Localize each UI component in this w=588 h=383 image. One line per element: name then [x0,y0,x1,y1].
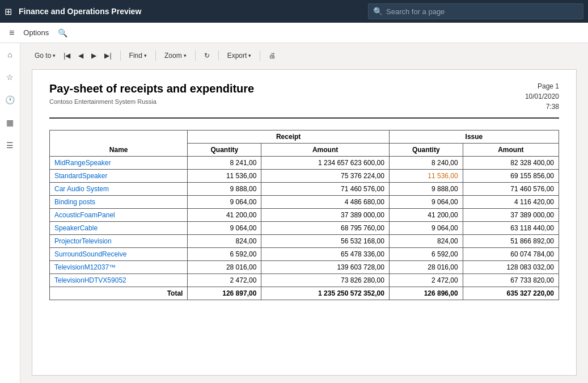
options-search-icon[interactable]: 🔍 [58,28,67,37]
zoom-button[interactable]: Zoom ▾ [162,50,189,61]
row-issue-amt: 51 866 892,00 [463,235,559,248]
row-receipt-amt: 139 603 728,00 [261,261,390,274]
next-page-button[interactable]: ▶ [88,50,99,61]
last-page-button[interactable]: ▶| [101,50,114,61]
table-row: Car Audio System 9 888,00 71 460 576,00 … [50,183,559,196]
table-row: SpeakerCable 9 064,00 68 795 760,00 9 06… [50,222,559,235]
row-issue-qty: 2 472,00 [389,274,463,287]
sidebar-recent-icon[interactable]: 🕐 [3,93,17,107]
report-divider [49,117,559,119]
sidebar-favorites-icon[interactable]: ☆ [3,70,17,84]
top-bar: ⊞ Finance and Operations Preview 🔍 [0,0,588,23]
row-name[interactable]: Car Audio System [50,183,188,196]
row-issue-amt: 128 083 032,00 [463,261,559,274]
total-label: Total [50,287,188,300]
sidebar-workspaces-icon[interactable]: ▦ [3,116,17,129]
row-receipt-amt: 4 486 680,00 [261,196,390,209]
row-issue-qty: 9 064,00 [389,196,463,209]
find-button[interactable]: Find ▾ [126,50,150,61]
total-issue-qty: 126 896,00 [389,287,463,300]
row-issue-amt: 60 074 784,00 [463,248,559,261]
goto-button[interactable]: Go to ▾ [32,50,58,61]
sidebar-home-icon[interactable]: ⌂ [3,48,17,61]
table-row: TelevisionM12037™ 28 016,00 139 603 728,… [50,261,559,274]
search-icon: 🔍 [373,7,383,16]
row-name[interactable]: MidRangeSpeaker [50,157,188,170]
report-page-label: Page 1 [525,81,559,91]
row-issue-amt: 71 460 576,00 [463,183,559,196]
refresh-button[interactable]: ↻ [201,50,213,61]
hamburger-menu-icon[interactable]: ≡ [9,28,14,38]
first-page-button[interactable]: |◀ [61,50,73,61]
row-name[interactable]: StandardSpeaker [50,170,188,183]
export-button[interactable]: Export ▾ [225,50,255,61]
search-input[interactable] [386,7,578,16]
prev-page-button[interactable]: ◀ [75,50,86,61]
main-layout: ⌂ ☆ 🕐 ▦ ☰ Go to ▾ |◀ ◀ ▶ ▶| Find ▾ [0,43,588,383]
row-issue-qty: 8 240,00 [389,157,463,170]
report-toolbar: Go to ▾ |◀ ◀ ▶ ▶| Find ▾ Zoom ▾ ↻ [32,50,577,61]
data-table: Name Receipt Issue Quantity Amount Quant… [49,130,559,300]
row-issue-qty: 824,00 [389,235,463,248]
options-bar: ≡ Options 🔍 [0,23,588,43]
row-issue-amt: 63 118 440,00 [463,222,559,235]
row-name[interactable]: TelevisionM12037™ [50,261,188,274]
report-title-block: Pay-sheet of receipts and expenditure Co… [49,81,254,105]
table-row: SurroundSoundReceive 6 592,00 65 478 336… [50,248,559,261]
report-date: 10/01/2020 [525,91,559,102]
col-receipt-amount-header: Amount [261,144,390,157]
row-issue-qty: 28 016,00 [389,261,463,274]
col-issue-header: Issue [389,131,559,144]
report-meta: Page 1 10/01/2020 7:38 [525,81,559,112]
separator-5 [260,50,260,61]
col-receipt-header: Receipt [188,131,389,144]
row-issue-amt: 69 155 856,00 [463,170,559,183]
report-title: Pay-sheet of receipts and expenditure [49,81,254,96]
table-row: StandardSpeaker 11 536,00 75 376 224,00 … [50,170,559,183]
row-receipt-qty: 6 592,00 [188,248,261,261]
row-issue-amt: 67 733 820,00 [463,274,559,287]
col-receipt-quantity-header: Quantity [188,144,261,157]
total-row: Total 126 897,00 1 235 250 572 352,00 12… [50,287,559,300]
row-receipt-amt: 68 795 760,00 [261,222,390,235]
main-content: Go to ▾ |◀ ◀ ▶ ▶| Find ▾ Zoom ▾ ↻ [20,43,588,383]
separator-2 [155,50,156,61]
report-area: Pay-sheet of receipts and expenditure Co… [32,69,577,376]
row-name[interactable]: Binding posts [50,196,188,209]
print-button[interactable]: 🖨 [266,50,278,61]
total-receipt-qty: 126 897,00 [188,287,261,300]
global-search-box[interactable]: 🔍 [368,3,583,19]
row-receipt-qty: 11 536,00 [188,170,261,183]
table-row: ProjectorTelevision 824,00 56 532 168,00… [50,235,559,248]
row-receipt-qty: 9 064,00 [188,196,261,209]
row-receipt-qty: 2 472,00 [188,274,261,287]
row-receipt-qty: 9 888,00 [188,183,261,196]
table-row: Binding posts 9 064,00 4 486 680,00 9 06… [50,196,559,209]
col-issue-amount-header: Amount [463,144,559,157]
table-row: TelevisionHDTVX59052 2 472,00 73 826 280… [50,274,559,287]
row-receipt-qty: 824,00 [188,235,261,248]
row-issue-qty: 41 200,00 [389,209,463,222]
row-name[interactable]: SpeakerCable [50,222,188,235]
row-name[interactable]: TelevisionHDTVX59052 [50,274,188,287]
row-receipt-qty: 8 241,00 [188,157,261,170]
table-row: AcousticFoamPanel 41 200,00 37 389 000,0… [50,209,559,222]
row-receipt-amt: 75 376 224,00 [261,170,390,183]
total-receipt-amt: 1 235 250 572 352,00 [261,287,390,300]
report-time: 7:38 [525,102,559,112]
row-receipt-amt: 65 478 336,00 [261,248,390,261]
separator-1 [120,50,121,61]
row-receipt-amt: 73 826 280,00 [261,274,390,287]
row-receipt-amt: 56 532 168,00 [261,235,390,248]
grid-apps-icon[interactable]: ⊞ [5,6,12,17]
table-row: MidRangeSpeaker 8 241,00 1 234 657 623 6… [50,157,559,170]
options-label: Options [23,28,49,37]
row-name[interactable]: ProjectorTelevision [50,235,188,248]
row-name[interactable]: AcousticFoamPanel [50,209,188,222]
separator-4 [218,50,219,61]
sidebar-modules-icon[interactable]: ☰ [3,138,17,152]
row-receipt-qty: 28 016,00 [188,261,261,274]
row-name[interactable]: SurroundSoundReceive [50,248,188,261]
row-receipt-amt: 71 460 576,00 [261,183,390,196]
row-receipt-qty: 9 064,00 [188,222,261,235]
